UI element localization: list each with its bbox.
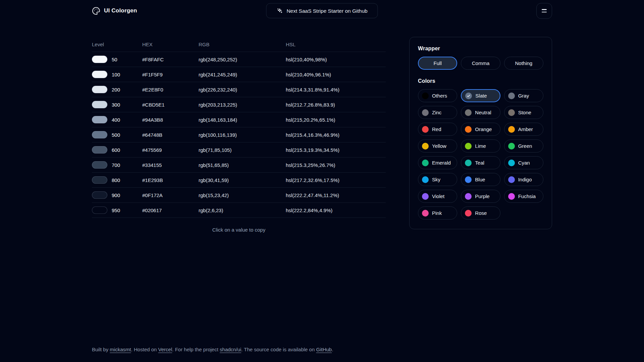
color-option-others[interactable]: Others: [418, 89, 457, 102]
rgb-value[interactable]: rgb(148,163,184): [199, 117, 286, 123]
footer-link[interactable]: mickasmt: [110, 347, 131, 352]
color-dot-icon: [422, 143, 429, 149]
color-option-label: Violet: [432, 193, 444, 199]
rgb-value[interactable]: rgb(71,85,105): [199, 147, 286, 153]
level-label: 600: [112, 147, 120, 153]
footer-link[interactable]: shadcn/ui: [220, 347, 241, 352]
hex-value[interactable]: #334155: [142, 162, 199, 168]
color-option-label: Lime: [475, 143, 486, 149]
rgb-value[interactable]: rgb(100,116,139): [199, 132, 286, 138]
hsl-value[interactable]: hsl(212.7,26.8%,83.9): [286, 102, 386, 108]
footer-link[interactable]: GitHub: [316, 347, 332, 352]
wrapper-option-nothing[interactable]: Nothing: [504, 57, 543, 70]
hsl-value[interactable]: hsl(215.4,16.3%,46.9%): [286, 132, 386, 138]
color-swatch: [92, 131, 107, 138]
hsl-value[interactable]: hsl(222.2,47.4%,11.2%): [286, 192, 386, 198]
color-option-stone[interactable]: Stone: [504, 106, 543, 119]
color-option-zinc[interactable]: Zinc: [418, 106, 457, 119]
table-row: 950#020617rgb(2,6,23)hsl(222.2,84%,4.9%): [92, 203, 386, 218]
color-option-orange[interactable]: Orange: [461, 123, 500, 136]
brand[interactable]: UI Colorgen: [92, 7, 137, 15]
color-dot-icon: [508, 93, 515, 99]
color-swatch: [92, 161, 107, 169]
color-swatch: [92, 116, 107, 123]
hex-value[interactable]: #F8FAFC: [142, 57, 199, 62]
color-option-lime[interactable]: Lime: [461, 139, 500, 153]
level-cell: 700: [92, 161, 142, 169]
level-label: 100: [112, 72, 120, 77]
color-option-indigo[interactable]: Indigo: [504, 173, 543, 186]
rgb-value[interactable]: rgb(15,23,42): [199, 192, 286, 198]
hsl-value[interactable]: hsl(210,40%,98%): [286, 57, 386, 62]
table-row: 50#F8FAFCrgb(248,250,252)hsl(210,40%,98%…: [92, 52, 386, 67]
hsl-value[interactable]: hsl(215.3,19.3%,34.5%): [286, 147, 386, 153]
hex-value[interactable]: #475569: [142, 147, 199, 153]
color-option-purple[interactable]: Purple: [461, 190, 500, 203]
table-row: 600#475569rgb(71,85,105)hsl(215.3,19.3%,…: [92, 142, 386, 158]
footer-text-segment: . For help the project: [172, 347, 220, 352]
color-option-sky[interactable]: Sky: [418, 173, 457, 186]
color-option-fuchsia[interactable]: Fuchsia: [504, 190, 543, 203]
hsl-value[interactable]: hsl(215.3,25%,26.7%): [286, 162, 386, 168]
color-table-body: 50#F8FAFCrgb(248,250,252)hsl(210,40%,98%…: [92, 52, 386, 218]
color-option-violet[interactable]: Violet: [418, 190, 457, 203]
color-option-label: Indigo: [518, 177, 532, 182]
rgb-value[interactable]: rgb(241,245,249): [199, 72, 286, 77]
footer-text-segment: . The source code is available on: [241, 347, 316, 352]
color-dot-icon: [508, 143, 515, 149]
color-option-red[interactable]: Red: [418, 123, 457, 136]
hex-value[interactable]: #1E293B: [142, 177, 199, 183]
check-icon: [465, 93, 472, 99]
color-option-label: Stone: [518, 110, 531, 115]
level-cell: 300: [92, 101, 142, 108]
color-option-label: Slate: [475, 93, 487, 99]
footer-link[interactable]: Vercel: [158, 347, 172, 352]
hsl-value[interactable]: hsl(217.2,32.6%,17.5%): [286, 177, 386, 183]
color-option-blue[interactable]: Blue: [461, 173, 500, 186]
rgb-value[interactable]: rgb(203,213,225): [199, 102, 286, 108]
color-option-teal[interactable]: Teal: [461, 156, 500, 169]
hsl-value[interactable]: hsl(214.3,31.8%,91.4%): [286, 87, 386, 93]
hex-value[interactable]: #CBD5E1: [142, 102, 199, 108]
color-option-yellow[interactable]: Yellow: [418, 139, 457, 153]
table-row: 700#334155rgb(51,65,85)hsl(215.3,25%,26.…: [92, 158, 386, 173]
color-option-rose[interactable]: Rose: [461, 206, 500, 220]
hex-value[interactable]: #E2E8F0: [142, 87, 199, 93]
color-option-cyan[interactable]: Cyan: [504, 156, 543, 169]
hsl-value[interactable]: hsl(215,20.2%,65.1%): [286, 117, 386, 123]
hex-value[interactable]: #0F172A: [142, 192, 199, 198]
level-label: 800: [112, 177, 120, 183]
hex-value[interactable]: #020617: [142, 207, 199, 213]
color-option-neutral[interactable]: Neutral: [461, 106, 500, 119]
hsl-value[interactable]: hsl(222.2,84%,4.9%): [286, 207, 386, 213]
column-header-level: Level: [92, 42, 142, 47]
rgb-value[interactable]: rgb(226,232,240): [199, 87, 286, 93]
rgb-value[interactable]: rgb(51,65,85): [199, 162, 286, 168]
hex-value[interactable]: #94A3B8: [142, 117, 199, 123]
color-option-label: Green: [518, 143, 532, 149]
menu-button[interactable]: [536, 3, 552, 19]
level-label: 900: [112, 192, 120, 198]
hsl-value[interactable]: hsl(210,40%,96.1%): [286, 72, 386, 77]
color-option-amber[interactable]: Amber: [504, 123, 543, 136]
wrapper-option-full[interactable]: Full: [418, 57, 457, 70]
rgb-value[interactable]: rgb(2,6,23): [199, 207, 286, 213]
color-dot-icon: [465, 210, 472, 217]
color-option-emerald[interactable]: Emerald: [418, 156, 457, 169]
color-option-label: Teal: [475, 160, 484, 166]
options-panel: Wrapper FullCommaNothing Colors OthersSl…: [409, 37, 552, 229]
rgb-value[interactable]: rgb(30,41,59): [199, 177, 286, 183]
hex-value[interactable]: #F1F5F9: [142, 72, 199, 77]
wrapper-option-comma[interactable]: Comma: [461, 57, 500, 70]
rgb-value[interactable]: rgb(248,250,252): [199, 57, 286, 62]
color-swatch: [92, 56, 107, 63]
color-option-green[interactable]: Green: [504, 139, 543, 153]
color-dot-icon: [465, 143, 472, 149]
level-cell: 500: [92, 131, 142, 138]
color-option-pink[interactable]: Pink: [418, 206, 457, 220]
color-option-gray[interactable]: Gray: [504, 89, 543, 102]
promo-github-button[interactable]: Next SaaS Stripe Starter on Github: [266, 3, 378, 18]
hex-value[interactable]: #64748B: [142, 132, 199, 138]
color-option-slate[interactable]: Slate: [461, 89, 500, 102]
level-cell: 900: [92, 191, 142, 199]
